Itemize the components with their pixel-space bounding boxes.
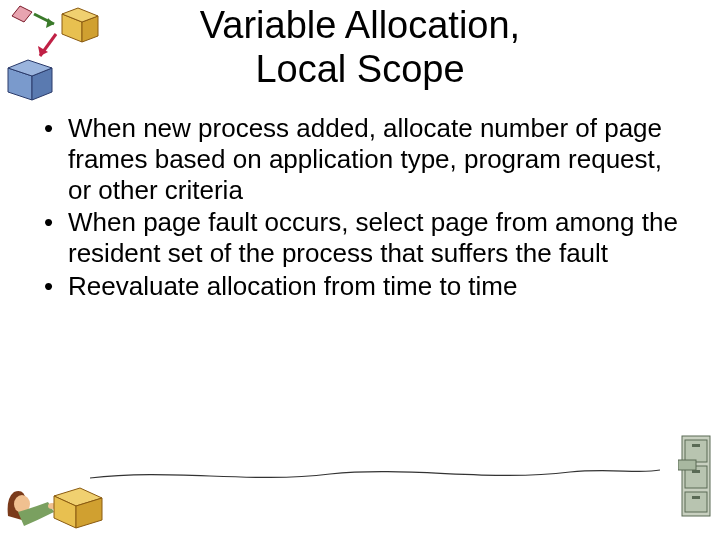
list-item: When page fault occurs, select page from…: [38, 207, 682, 268]
slide-title: Variable Allocation, Local Scope: [60, 0, 660, 91]
slide: Variable Allocation, Local Scope When ne…: [0, 0, 720, 540]
person-box-clipart-icon: [2, 448, 112, 538]
svg-rect-21: [678, 460, 696, 470]
svg-marker-6: [8, 68, 32, 100]
svg-marker-11: [54, 488, 102, 506]
svg-marker-0: [12, 6, 32, 22]
svg-marker-8: [8, 60, 52, 76]
svg-marker-13: [76, 498, 102, 528]
svg-marker-7: [32, 68, 52, 100]
svg-rect-20: [692, 496, 700, 499]
title-line-2: Local Scope: [255, 48, 464, 90]
svg-rect-19: [692, 470, 700, 473]
list-item: When new process added, allocate number …: [38, 113, 682, 205]
slide-body: When new process added, allocate number …: [0, 113, 720, 301]
svg-point-10: [48, 503, 56, 509]
svg-rect-18: [692, 444, 700, 447]
svg-rect-16: [685, 466, 707, 488]
svg-rect-15: [685, 440, 707, 462]
list-item: Reevaluate allocation from time to time: [38, 271, 682, 302]
svg-marker-12: [54, 496, 76, 528]
bullet-list: When new process added, allocate number …: [38, 113, 682, 301]
divider-line-icon: [90, 464, 660, 484]
cabinet-clipart-icon: [678, 430, 714, 520]
svg-marker-5: [38, 46, 48, 56]
svg-point-9: [14, 495, 30, 513]
svg-rect-14: [682, 436, 710, 516]
svg-marker-1: [46, 18, 54, 28]
svg-rect-17: [685, 492, 707, 512]
title-line-1: Variable Allocation,: [200, 4, 520, 46]
